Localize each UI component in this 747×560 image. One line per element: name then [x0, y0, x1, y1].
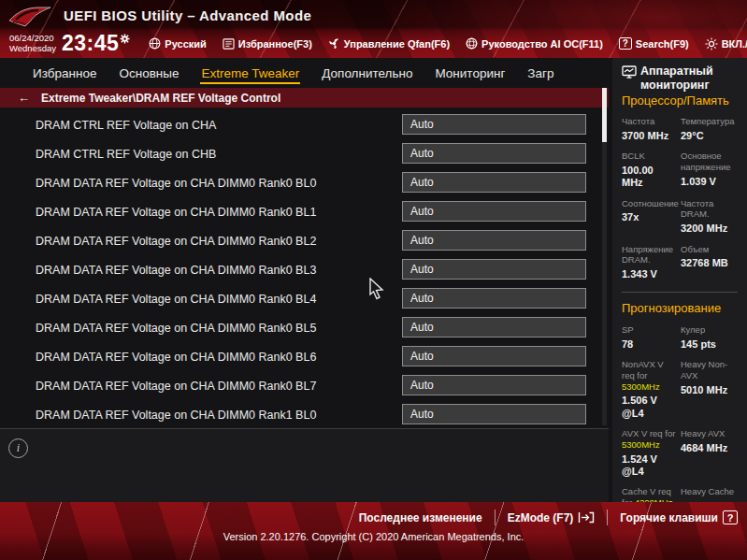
tab-label: Основные: [119, 66, 179, 80]
setting-value-dropdown[interactable]: Auto: [402, 404, 586, 424]
setting-value-dropdown[interactable]: Auto: [402, 172, 586, 193]
ezmode-label: EzMode (F7): [508, 511, 574, 524]
stat-label-highlight: 5300MHz: [622, 381, 660, 392]
datetime[interactable]: 06/24/2020 Wednesday 23:45: [9, 33, 130, 54]
setting-value-dropdown[interactable]: Auto: [402, 114, 586, 135]
stat-value: 5010 MHz: [681, 384, 736, 396]
stat-label-highlight: 5300MHz: [622, 439, 660, 450]
stat-label: Heavy Cache: [681, 486, 736, 497]
tab-item[interactable]: Основные: [118, 62, 180, 84]
stat-label: SP: [622, 324, 634, 335]
settings-list: DRAM CTRL REF Voltage on CHA Auto DRAM C…: [0, 110, 609, 427]
monitor-cell: Соотношение 37x: [622, 198, 681, 236]
scrollbar-track[interactable]: [602, 88, 607, 425]
setting-value-dropdown[interactable]: Auto: [402, 143, 586, 164]
language-button[interactable]: Русский: [149, 37, 206, 50]
gear-icon[interactable]: [120, 34, 130, 44]
stat-value: 1.524 V @L4: [622, 453, 677, 478]
table-row[interactable]: DRAM CTRL REF Voltage on CHA Auto: [0, 110, 609, 139]
table-row[interactable]: DRAM DATA REF Voltage on CHA DIMM0 Rank0…: [0, 342, 609, 371]
monitor-header: Аппаратный мониторинг: [622, 65, 740, 93]
ai-oc-button[interactable]: Руководство AI OC(F11): [466, 37, 603, 50]
monitor-row: Частота 3700 MHz Температура 29°C: [622, 116, 740, 142]
search-button[interactable]: ? Search(F9): [619, 37, 689, 50]
last-modified-button[interactable]: Последнее изменение: [359, 511, 482, 524]
monitor-cell: AVX V req for 5300MHz 1.524 V @L4: [622, 428, 681, 478]
ai-oc-label: Руководство AI OC(F11): [481, 38, 603, 50]
tab-item[interactable]: Загр: [526, 62, 554, 84]
favorites-icon: [223, 38, 235, 50]
setting-value-dropdown[interactable]: Auto: [402, 201, 586, 222]
setting-label: DRAM DATA REF Voltage on CHA DIMM0 Rank0…: [36, 380, 316, 393]
bottom-bar: Последнее изменение EzMode (F7) Горячие …: [0, 502, 747, 560]
table-row[interactable]: DRAM DATA REF Voltage on CHA DIMM0 Rank0…: [0, 168, 609, 197]
back-arrow-icon[interactable]: ←: [18, 91, 30, 105]
setting-label: DRAM DATA REF Voltage on CHA DIMM0 Rank0…: [36, 235, 316, 248]
monitor-icon: [622, 65, 637, 79]
scrollbar-thumb[interactable]: [602, 88, 607, 142]
monitor-header-label: Аппаратный мониторинг: [640, 65, 740, 93]
stat-label: Объем: [681, 244, 736, 255]
qfan-icon: [328, 37, 340, 50]
table-row[interactable]: DRAM DATA REF Voltage on CHA DIMM0 Rank1…: [0, 400, 609, 427]
stat-label: NonAVX V req for: [622, 359, 664, 381]
monitor-cell: Heavy AVX 4684 MHz: [681, 428, 740, 478]
tab-item[interactable]: Дополнительно: [321, 62, 413, 84]
stat-value: 1.039 V: [681, 176, 736, 188]
setting-label: DRAM DATA REF Voltage on CHA DIMM0 Rank0…: [36, 177, 316, 190]
date-text: 06/24/2020 Wednesday: [9, 34, 56, 54]
stat-label: Напряжение DRAM.: [622, 244, 673, 266]
qfan-button[interactable]: Управление Qfan(F6): [328, 37, 450, 50]
setting-value-dropdown[interactable]: Auto: [402, 375, 586, 395]
table-row[interactable]: DRAM CTRL REF Voltage on CHB Auto: [0, 139, 609, 168]
tab-item[interactable]: Extreme Tweaker: [200, 62, 300, 84]
hotkeys-button[interactable]: Горячие клавиши ?: [620, 510, 738, 524]
info-panel: i: [0, 428, 609, 502]
hardware-monitor-sidebar: Аппаратный мониторинг Процессор/Память Ч…: [612, 58, 747, 502]
setting-value-dropdown[interactable]: Auto: [402, 259, 586, 280]
question-box-icon: ?: [723, 510, 738, 524]
favorites-label: Избранное(F3): [238, 38, 312, 50]
monitor-cell: Частота DRAM. 3200 MHz: [681, 198, 740, 236]
stat-label: Heavy Non-AVX: [681, 359, 736, 381]
table-row[interactable]: DRAM DATA REF Voltage on CHA DIMM0 Rank0…: [0, 226, 609, 255]
setting-value-dropdown[interactable]: Auto: [402, 288, 586, 309]
monitor-cell: NonAVX V req for 5300MHz 1.506 V @L4: [622, 359, 681, 420]
table-row[interactable]: DRAM DATA REF Voltage on CHA DIMM0 Rank0…: [0, 313, 609, 342]
divider: [607, 510, 608, 525]
cpu-memory-section-title: Процессор/Память: [622, 94, 740, 108]
weekday-value: Wednesday: [9, 44, 56, 54]
stat-label: BCLK: [622, 151, 645, 161]
setting-label: DRAM DATA REF Voltage on CHA DIMM0 Rank0…: [36, 351, 316, 364]
monitor-cell: Объем 32768 MB: [681, 244, 740, 281]
monitor-row: SP 78 Кулер 145 pts: [622, 324, 740, 351]
setting-label: DRAM DATA REF Voltage on CHA DIMM0 Rank0…: [36, 322, 316, 335]
setting-label: DRAM DATA REF Voltage on CHA DIMM0 Rank0…: [36, 264, 316, 277]
rog-logo-icon: [7, 5, 52, 28]
aura-button[interactable]: ВКЛ./ОТКЛ. AURA(: [705, 37, 747, 50]
table-row[interactable]: DRAM DATA REF Voltage on CHA DIMM0 Rank0…: [0, 255, 609, 284]
stat-label: Heavy AVX: [681, 428, 736, 439]
stat-value: 1.343 V: [622, 268, 677, 280]
table-row[interactable]: DRAM DATA REF Voltage on CHA DIMM0 Rank0…: [0, 284, 609, 313]
stat-label: Частота: [622, 116, 654, 126]
stat-value: 78: [622, 338, 677, 351]
ezmode-button[interactable]: EzMode (F7): [508, 511, 596, 524]
tab-item[interactable]: Мониторинг: [434, 62, 506, 84]
version-text: Version 2.20.1276. Copyright (C) 2020 Am…: [0, 531, 747, 542]
setting-value-dropdown[interactable]: Auto: [402, 317, 586, 337]
tab-label: Избранное: [33, 66, 96, 80]
stat-label: Соотношение: [622, 198, 679, 208]
bottom-menu: Последнее изменение EzMode (F7) Горячие …: [0, 502, 747, 525]
tab-item[interactable]: Избранное: [32, 62, 97, 84]
setting-value-dropdown[interactable]: Auto: [402, 346, 586, 366]
monitor-cell: SP 78: [622, 324, 681, 351]
tab-label: Дополнительно: [322, 66, 412, 80]
setting-value-dropdown[interactable]: Auto: [402, 230, 586, 251]
search-label: Search(F9): [636, 38, 689, 50]
table-row[interactable]: DRAM DATA REF Voltage on CHA DIMM0 Rank0…: [0, 371, 609, 400]
table-row[interactable]: DRAM DATA REF Voltage on CHA DIMM0 Rank0…: [0, 197, 609, 226]
setting-label: DRAM CTRL REF Voltage on CHA: [36, 119, 216, 132]
favorites-button[interactable]: Избранное(F3): [223, 38, 312, 50]
tab-label: Extreme Tweaker: [201, 66, 299, 80]
